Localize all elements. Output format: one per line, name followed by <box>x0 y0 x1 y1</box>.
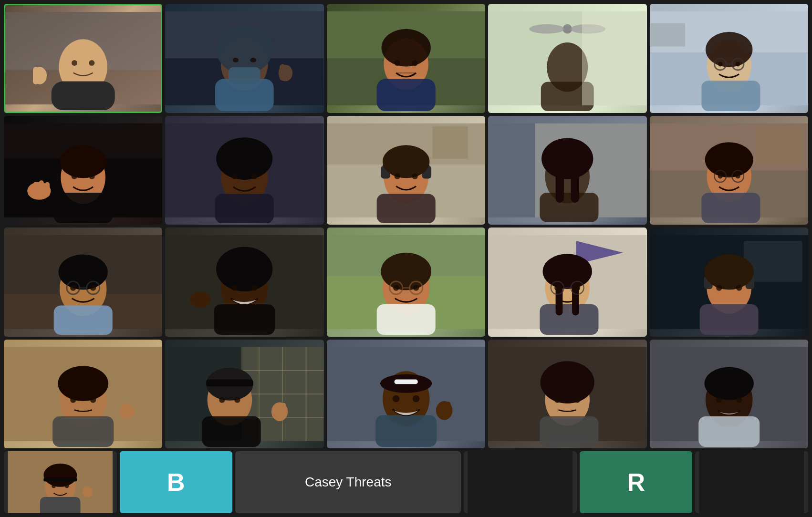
svg-rect-58 <box>215 194 274 223</box>
svg-point-70 <box>394 173 400 179</box>
svg-rect-33 <box>582 11 646 105</box>
bottom-cell-1[interactable] <box>4 451 117 513</box>
bottom-cell-r[interactable]: R <box>580 451 693 513</box>
video-cell-4[interactable] <box>488 4 646 113</box>
svg-rect-158 <box>207 379 253 386</box>
svg-point-186 <box>704 367 753 400</box>
video-cell-10[interactable] <box>650 116 808 225</box>
svg-point-60 <box>232 173 238 179</box>
svg-point-6 <box>89 60 94 66</box>
video-cell-16[interactable] <box>4 340 162 449</box>
video-cell-5[interactable] <box>650 4 808 113</box>
svg-point-142 <box>58 366 108 401</box>
svg-rect-53 <box>33 182 38 196</box>
svg-point-13 <box>216 25 272 74</box>
svg-point-49 <box>60 145 106 178</box>
svg-point-5 <box>72 60 77 66</box>
svg-point-194 <box>52 484 55 488</box>
svg-point-23 <box>381 29 430 67</box>
svg-rect-68 <box>376 194 435 223</box>
video-cell-7[interactable] <box>165 116 323 225</box>
video-cell-19[interactable] <box>488 340 646 449</box>
svg-point-89 <box>735 174 740 178</box>
video-cell-17[interactable] <box>165 340 323 449</box>
svg-point-103 <box>216 247 272 291</box>
svg-rect-191 <box>40 497 81 513</box>
svg-point-51 <box>89 173 95 179</box>
svg-point-169 <box>393 395 400 402</box>
svg-point-39 <box>706 32 752 67</box>
svg-rect-83 <box>701 193 760 223</box>
svg-point-160 <box>235 397 240 403</box>
svg-rect-93 <box>54 305 113 335</box>
svg-point-181 <box>554 397 560 403</box>
svg-point-144 <box>90 397 96 403</box>
svg-point-121 <box>543 254 592 289</box>
svg-rect-12 <box>215 79 274 111</box>
video-cell-8[interactable] <box>327 116 485 225</box>
svg-rect-64 <box>432 126 468 158</box>
video-cell-13[interactable] <box>327 227 485 337</box>
svg-point-170 <box>413 395 420 402</box>
svg-point-113 <box>413 285 419 290</box>
svg-rect-176 <box>540 416 599 447</box>
video-cell-20[interactable] <box>650 340 808 449</box>
svg-rect-8 <box>33 67 39 84</box>
svg-rect-48 <box>54 193 113 223</box>
svg-rect-120 <box>540 304 599 335</box>
video-cell-9[interactable] <box>488 116 646 225</box>
svg-point-99 <box>90 285 96 290</box>
svg-rect-110 <box>376 304 435 335</box>
video-cell-3[interactable] <box>327 4 485 113</box>
svg-point-94 <box>58 254 107 290</box>
svg-rect-185 <box>698 416 760 447</box>
svg-rect-4 <box>52 82 115 110</box>
svg-rect-134 <box>699 304 758 335</box>
svg-point-25 <box>412 60 417 66</box>
svg-point-136 <box>716 285 722 290</box>
svg-point-182 <box>574 397 580 403</box>
svg-point-59 <box>216 137 272 180</box>
svg-point-24 <box>394 60 400 66</box>
svg-rect-18 <box>280 64 285 81</box>
participant-grid <box>4 4 808 448</box>
video-cell-1[interactable] <box>4 4 162 113</box>
svg-rect-55 <box>45 182 50 196</box>
svg-point-135 <box>704 254 753 290</box>
svg-rect-163 <box>281 403 286 415</box>
video-cell-6[interactable] <box>4 116 162 225</box>
svg-point-137 <box>736 285 742 290</box>
svg-point-76 <box>541 138 593 179</box>
video-cell-12[interactable] <box>165 227 323 337</box>
svg-point-71 <box>412 173 417 179</box>
svg-rect-54 <box>39 180 44 196</box>
video-cell-15[interactable] <box>650 227 808 337</box>
bottom-strip: B Casey Threats R <box>4 451 808 513</box>
svg-rect-168 <box>394 379 417 384</box>
svg-point-50 <box>72 173 77 179</box>
video-cell-18[interactable] <box>327 340 485 449</box>
bottom-cell-b[interactable]: B <box>120 451 233 513</box>
svg-rect-146 <box>123 403 128 417</box>
svg-point-187 <box>716 397 722 403</box>
svg-point-125 <box>574 285 580 290</box>
svg-point-16 <box>250 58 256 62</box>
svg-point-44 <box>735 62 740 67</box>
bottom-cell-6[interactable] <box>695 451 808 513</box>
svg-rect-81 <box>755 128 802 164</box>
video-call-container: B Casey Threats R <box>0 0 812 517</box>
svg-point-84 <box>705 142 753 177</box>
video-cell-14[interactable] <box>488 227 646 337</box>
svg-rect-38 <box>701 81 760 111</box>
svg-point-112 <box>393 285 399 290</box>
svg-point-111 <box>381 253 431 290</box>
svg-point-61 <box>251 173 257 179</box>
video-cell-11[interactable] <box>4 227 162 337</box>
svg-point-159 <box>219 397 225 403</box>
svg-point-195 <box>65 484 69 488</box>
bottom-cell-4[interactable] <box>464 451 577 513</box>
svg-point-188 <box>736 397 742 403</box>
video-cell-2[interactable] <box>165 4 323 113</box>
svg-point-106 <box>190 291 211 308</box>
svg-rect-198 <box>468 451 573 513</box>
